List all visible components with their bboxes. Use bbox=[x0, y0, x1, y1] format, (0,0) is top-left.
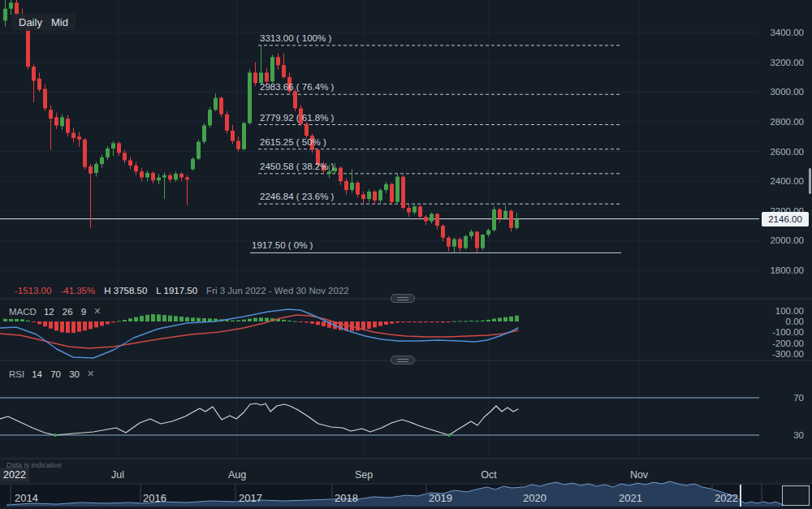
fib-level-label: 2983.66 ( 76.4% ) bbox=[260, 82, 334, 92]
price-scrollbar-thumb[interactable] bbox=[809, 168, 811, 194]
rsi-axis-label: 30 bbox=[755, 430, 804, 440]
macd-axis-label: 100.00 bbox=[755, 306, 804, 316]
macd-axis-label: -100.00 bbox=[755, 327, 804, 337]
navigator-year-label: 2020 bbox=[523, 492, 546, 504]
navigator-year-label: 2017 bbox=[239, 492, 262, 504]
time-axis-month-label: Jul bbox=[111, 469, 124, 481]
macd-axis-label: -200.00 bbox=[755, 339, 804, 348]
session-high: H 3758.50 bbox=[104, 286, 147, 295]
status-line: -1513.00 -41.35% H 3758.50 L 1917.50 Fri… bbox=[15, 286, 349, 295]
rsi-axis-label: 70 bbox=[755, 393, 804, 403]
date-range: Fri 3 Jun 2022 - Wed 30 Nov 2022 bbox=[206, 286, 349, 295]
fib-level-label: 3313.00 ( 100% ) bbox=[260, 33, 331, 43]
rsi-params: 14 70 30 bbox=[32, 369, 80, 379]
rsi-close-icon[interactable]: ✕ bbox=[87, 369, 94, 379]
trading-chart-app: Daily Mid 3313.00 ( 100% )2983.66 ( 76.4… bbox=[0, 0, 812, 509]
navigator-selection-window[interactable] bbox=[782, 485, 810, 506]
macd-panel-resize-handle[interactable] bbox=[391, 294, 415, 303]
fib-level-label: 2246.84 ( 23.6% ) bbox=[260, 192, 334, 201]
navigator-left-handle[interactable] bbox=[740, 485, 741, 507]
price-axis-label: 3000.00 bbox=[755, 87, 804, 97]
price-axis-label: 2600.00 bbox=[755, 147, 804, 157]
navigator-year-label: 2016 bbox=[143, 492, 166, 504]
macd-title: MACD bbox=[9, 307, 37, 317]
gridlines bbox=[0, 0, 759, 459]
price-axis-label: 2000.00 bbox=[755, 235, 804, 245]
time-axis-month-label: Oct bbox=[481, 469, 496, 481]
change-value: -1513.00 bbox=[15, 286, 51, 295]
time-axis-month-label: Aug bbox=[228, 469, 246, 481]
navigator-sparkline bbox=[0, 481, 812, 507]
price-axis-label: 2800.00 bbox=[755, 117, 804, 127]
fib-level-label: 1917.50 ( 0% ) bbox=[252, 240, 313, 250]
macd-axis-label: 0.00 bbox=[755, 317, 804, 326]
price-axis-label: 3200.00 bbox=[755, 58, 804, 67]
time-axis-year-badge: 2022 bbox=[0, 468, 29, 482]
rsi-bands bbox=[0, 398, 759, 435]
navigator-year-label: 2022 bbox=[715, 492, 738, 504]
macd-close-icon[interactable]: ✕ bbox=[93, 306, 101, 317]
price-source-mid-button[interactable]: Mid bbox=[44, 14, 76, 31]
chart-canvas[interactable] bbox=[0, 0, 812, 509]
macd-params: 12 26 9 bbox=[44, 307, 86, 317]
navigator-year-label: 2018 bbox=[335, 492, 358, 504]
price-axis-label: 3400.00 bbox=[755, 28, 804, 37]
price-axis-label: 1800.00 bbox=[755, 265, 804, 275]
price-axis-label: 2400.00 bbox=[755, 176, 804, 186]
panel-dividers bbox=[0, 299, 812, 484]
time-axis-month-label: Nov bbox=[630, 469, 648, 481]
macd-axis-label: -300.00 bbox=[755, 349, 804, 359]
rsi-title: RSI bbox=[9, 369, 24, 379]
navigator-year-label: 2019 bbox=[429, 492, 452, 504]
rsi-line bbox=[0, 403, 518, 435]
fib-level-label: 2450.58 ( 38.2% ) bbox=[260, 162, 334, 171]
navigator-year-label: 2014 bbox=[15, 492, 38, 504]
rsi-panel-resize-handle[interactable] bbox=[391, 356, 415, 364]
session-low: L 1917.50 bbox=[156, 286, 197, 295]
fib-level-label: 2615.25 ( 50% ) bbox=[260, 137, 326, 147]
rsi-indicator-chip[interactable]: RSI 14 70 30 ✕ bbox=[2, 366, 101, 382]
macd-indicator-chip[interactable]: MACD 12 26 9 ✕ bbox=[2, 304, 107, 319]
change-percent: -41.35% bbox=[60, 286, 95, 295]
navigator-year-label: 2021 bbox=[619, 492, 642, 504]
time-axis-month-label: Sep bbox=[355, 469, 373, 481]
current-price-tag: 2146.00 bbox=[762, 212, 809, 226]
fib-level-label: 2779.92 ( 61.8% ) bbox=[260, 113, 334, 123]
